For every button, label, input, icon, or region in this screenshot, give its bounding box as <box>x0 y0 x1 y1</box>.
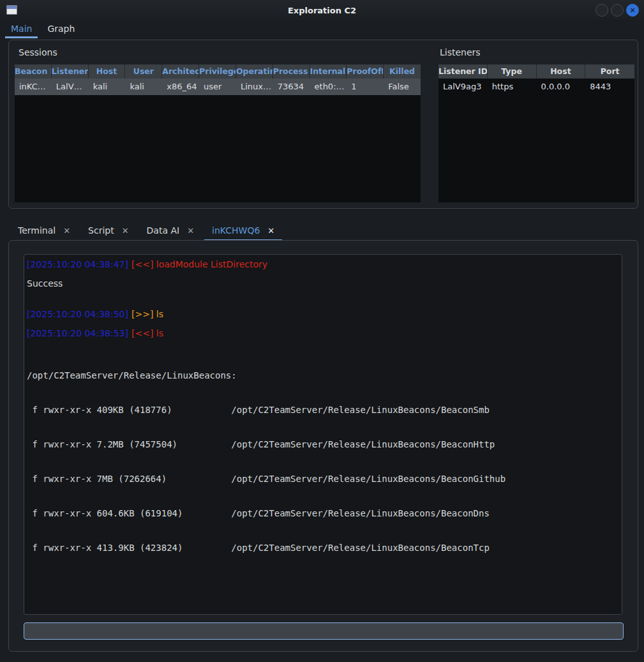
listener-type: https <box>488 79 537 95</box>
command-input[interactable] <box>24 622 624 640</box>
sessions-col-beacon-id[interactable]: Beacon ID <box>15 64 52 79</box>
tab-session-label: inKCHWQ6 <box>212 225 260 236</box>
listeners-col-port[interactable]: Port <box>585 64 634 79</box>
tab-terminal[interactable]: Terminal ✕ <box>9 222 79 239</box>
log-timestamp: [2025:10:20 04:38:53] <box>27 328 128 338</box>
listing-line: f rwxr-xr-x 413.9KB (423824) /opt/C2Team… <box>27 542 619 553</box>
titlebar: Exploration C2 ✕ <box>0 0 644 20</box>
tab-graph[interactable]: Graph <box>41 22 80 38</box>
listeners-col-host[interactable]: Host <box>537 64 586 79</box>
session-beacon-id: inKC… <box>15 79 52 95</box>
listener-id: LalV9ag3 <box>438 79 488 95</box>
tab-script[interactable]: Script ✕ <box>79 222 138 239</box>
session-listener-id: LalV… <box>52 79 89 95</box>
log-message: [<<] loadModule ListDirectory <box>131 259 267 269</box>
session-internal-ip: eth0:… <box>310 79 347 95</box>
close-button[interactable]: ✕ <box>626 4 639 17</box>
sessions-table-header: Beacon ID Listener ID Host User Architec… <box>15 64 421 79</box>
tab-data-ai-label: Data AI <box>147 225 180 236</box>
listing-line: f rwxr-xr-x 604.6KB (619104) /opt/C2Team… <box>27 508 619 519</box>
listing-line: /opt/C2TeamServer/Release/LinuxBeacons: <box>27 370 619 381</box>
sessions-col-os[interactable]: Operating System <box>236 64 273 79</box>
tab-session-inkchwq6[interactable]: inKCHWQ6 ✕ <box>203 222 283 239</box>
console-tabbar: Terminal ✕ Script ✕ Data AI ✕ inKCHWQ6 ✕ <box>9 222 283 239</box>
log-message: Success <box>27 278 63 289</box>
listener-port: 8443 <box>585 79 634 95</box>
session-proofoflife: 1 <box>347 79 384 95</box>
listing-line: f rwxr-xr-x 7MB (7262664) /opt/C2TeamSer… <box>27 473 619 485</box>
sessions-col-architecture[interactable]: Architecture <box>162 64 199 79</box>
close-tab-icon[interactable]: ✕ <box>187 226 194 236</box>
tab-main[interactable]: Main <box>5 22 38 38</box>
window-title: Exploration C2 <box>0 6 644 15</box>
sessions-table: Beacon ID Listener ID Host User Architec… <box>15 64 421 202</box>
listeners-table: Listener ID Type Host Port LalV9ag3 http… <box>438 64 634 202</box>
terminal-output[interactable]: [2025:10:20 04:38:47][<<] loadModule Lis… <box>24 254 622 615</box>
close-tab-icon[interactable]: ✕ <box>63 226 70 236</box>
directory-listing: /opt/C2TeamServer/Release/LinuxBeacons: … <box>27 347 619 576</box>
sessions-col-proofoflife[interactable]: ProofOfLife <box>347 64 384 79</box>
close-tab-icon[interactable]: ✕ <box>122 226 129 236</box>
listener-row[interactable]: LalV9ag3 https 0.0.0.0 8443 <box>438 79 634 95</box>
sessions-col-process-id[interactable]: Process ID <box>273 64 310 79</box>
session-row[interactable]: inKC… LalV… kali kali x86_64 user Linux…… <box>15 79 421 95</box>
listeners-title: Listeners <box>440 47 481 57</box>
log-line: Success <box>27 278 619 290</box>
sessions-col-listener-id[interactable]: Listener ID <box>52 64 89 79</box>
log-message: [>>] ls <box>131 309 163 319</box>
session-os: Linux… <box>236 79 273 95</box>
sessions-col-killed[interactable]: Killed <box>384 64 421 79</box>
close-tab-icon[interactable]: ✕ <box>267 226 274 236</box>
session-privileges: user <box>199 79 236 95</box>
sessions-col-host[interactable]: Host <box>89 64 126 79</box>
sessions-col-user[interactable]: User <box>125 64 162 79</box>
log-message: [<<] ls <box>131 328 163 338</box>
listeners-table-header: Listener ID Type Host Port <box>438 64 634 79</box>
log-timestamp: [2025:10:20 04:38:47] <box>27 259 128 269</box>
session-process-id: 73634 <box>273 79 310 95</box>
sessions-listeners-pane: Sessions Beacon ID Listener ID Host User… <box>8 40 638 209</box>
session-killed: False <box>384 79 421 95</box>
listeners-col-listener-id[interactable]: Listener ID <box>438 64 488 79</box>
session-user: kali <box>125 79 162 95</box>
sessions-col-privileges[interactable]: Privileges <box>199 64 236 79</box>
listing-line: f rwxr-xr-x 409KB (418776) /opt/C2TeamSe… <box>27 404 619 416</box>
session-architecture: x86_64 <box>162 79 199 95</box>
log-line: [2025:10:20 04:38:50][>>] ls <box>27 308 619 320</box>
main-tabbar: Main Graph <box>5 22 80 38</box>
tab-terminal-label: Terminal <box>18 225 56 236</box>
listing-line: f rwxr-xr-x 7.2MB (7457504) /opt/C2TeamS… <box>27 439 619 450</box>
terminal-pane: [2025:10:20 04:38:47][<<] loadModule Lis… <box>8 240 638 652</box>
listener-host: 0.0.0.0 <box>537 79 586 95</box>
session-host: kali <box>89 79 126 95</box>
tab-script-label: Script <box>88 225 114 236</box>
sessions-title: Sessions <box>19 47 57 57</box>
listeners-col-type[interactable]: Type <box>488 64 537 79</box>
log-line: [2025:10:20 04:38:53][<<] ls <box>27 327 619 340</box>
minimize-button[interactable] <box>595 4 608 17</box>
log-line: [2025:10:20 04:38:47][<<] loadModule Lis… <box>27 259 619 271</box>
sessions-col-internal-ip[interactable]: Internal IP <box>310 64 347 79</box>
log-timestamp: [2025:10:20 04:38:50] <box>27 309 128 319</box>
maximize-button[interactable] <box>611 4 624 17</box>
tab-data-ai[interactable]: Data AI ✕ <box>138 222 204 239</box>
